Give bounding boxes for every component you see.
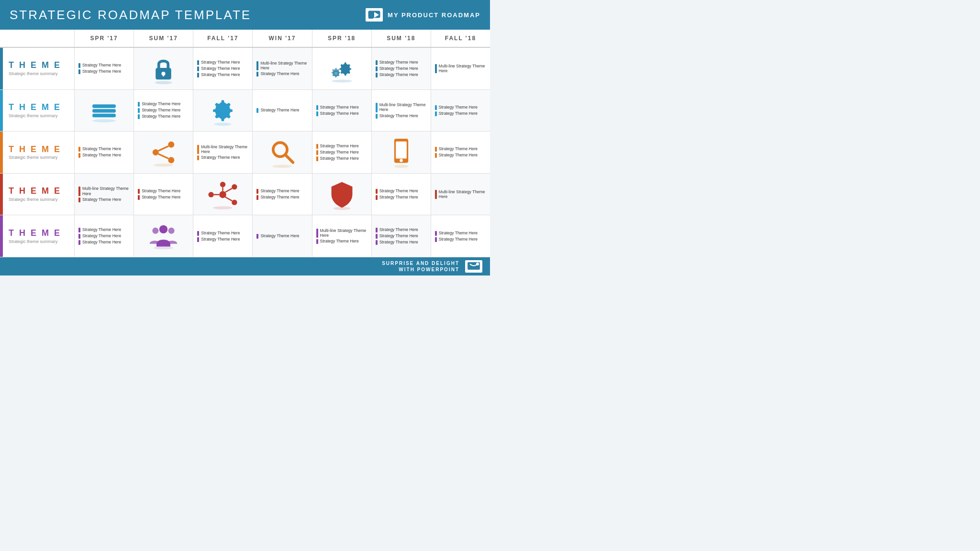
cell-r1c1 bbox=[134, 48, 193, 90]
cell-r4c4 bbox=[312, 174, 371, 216]
cell-r4c0: Multi-line Strategy Theme Here Strategy … bbox=[75, 174, 134, 216]
theme-label-3: T H E M E bbox=[9, 145, 69, 154]
item: Multi-line Strategy Theme Here bbox=[316, 228, 368, 238]
item: Multi-line Strategy Theme Here bbox=[256, 61, 308, 70]
cell-r2c3: Strategy Theme Here bbox=[253, 90, 312, 132]
item: Strategy Theme Here bbox=[78, 240, 130, 245]
brand-icon bbox=[366, 8, 383, 22]
item: Strategy Theme Here bbox=[78, 153, 130, 158]
svg-rect-8 bbox=[163, 74, 164, 77]
theme-summary-5: Strategic theme summary bbox=[9, 239, 69, 244]
svg-point-9 bbox=[155, 81, 172, 84]
icon-share bbox=[148, 137, 179, 168]
icon-menu bbox=[89, 95, 120, 126]
cell-r4c1: Strategy Theme Here Strategy Theme Here bbox=[134, 174, 193, 216]
cell-r3c3 bbox=[253, 132, 312, 174]
cell-r4c2 bbox=[193, 174, 252, 216]
item: Strategy Theme Here bbox=[256, 188, 308, 194]
item: Strategy Theme Here bbox=[138, 101, 189, 107]
item: Strategy Theme Here bbox=[316, 156, 368, 161]
svg-point-18 bbox=[168, 228, 175, 234]
footer-text: SURPRISE AND DELIGHT WITH POWERPOINT bbox=[382, 260, 459, 273]
icon-gear bbox=[207, 95, 238, 126]
theme-label-4: T H E M E bbox=[9, 187, 69, 196]
item: Strategy Theme Here bbox=[376, 188, 427, 194]
theme-label-5: T H E M E bbox=[9, 229, 69, 238]
brand: MY PRODUCT ROADMAP bbox=[366, 8, 480, 22]
item: Strategy Theme Here bbox=[435, 153, 486, 158]
item: Strategy Theme Here bbox=[376, 195, 427, 200]
theme-col-spacer bbox=[0, 30, 74, 47]
col-header-2: FALL '17 bbox=[193, 30, 252, 47]
page: STRATEGIC ROADMAP TEMPLATE MY PRODUCT RO… bbox=[0, 0, 490, 276]
svg-point-38 bbox=[333, 207, 350, 210]
item: Strategy Theme Here bbox=[435, 231, 486, 236]
cell-r1c5: Strategy Theme Here Strategy Theme Here … bbox=[372, 48, 431, 90]
svg-point-41 bbox=[400, 159, 403, 162]
col-header-1: SUM '17 bbox=[134, 30, 193, 47]
theme-label-1: T H E M E bbox=[9, 61, 69, 70]
cell-r2c5: Multi-line Strategy Theme Here Strategy … bbox=[372, 90, 431, 132]
theme-summary-1: Strategic theme summary bbox=[9, 71, 69, 76]
cell-r3c4: Strategy Theme Here Strategy Theme Here … bbox=[312, 132, 371, 174]
item: Strategy Theme Here bbox=[78, 69, 130, 74]
svg-line-28 bbox=[225, 188, 233, 192]
cell-r3c0: Strategy Theme Here Strategy Theme Here bbox=[75, 132, 134, 174]
item: Strategy Theme Here bbox=[316, 105, 368, 110]
svg-point-17 bbox=[153, 228, 159, 234]
col-sum17: Strategy Theme Here Strategy Theme Here … bbox=[134, 48, 193, 257]
theme-summary-3: Strategic theme summary bbox=[9, 155, 69, 160]
cell-r5c1 bbox=[134, 215, 193, 257]
svg-point-37 bbox=[331, 79, 352, 82]
cell-r4c5: Strategy Theme Here Strategy Theme Here bbox=[372, 174, 431, 216]
cell-r2c1: Strategy Theme Here Strategy Theme Here … bbox=[134, 90, 193, 132]
item: Strategy Theme Here bbox=[376, 66, 427, 71]
theme-cell-5: T H E M E Strategic theme summary bbox=[0, 215, 74, 257]
col-fall18: Multi-line Strategy Theme Here Strategy … bbox=[431, 48, 490, 257]
item: Strategy Theme Here bbox=[376, 113, 427, 119]
item: Strategy Theme Here bbox=[138, 108, 189, 113]
cell-r1c4 bbox=[312, 48, 371, 90]
cell-r4c3: Strategy Theme Here Strategy Theme Here bbox=[253, 174, 312, 216]
svg-point-5 bbox=[92, 120, 116, 123]
item: Strategy Theme Here bbox=[316, 150, 368, 155]
item: Strategy Theme Here bbox=[78, 227, 130, 232]
header: STRATEGIC ROADMAP TEMPLATE MY PRODUCT RO… bbox=[0, 0, 490, 30]
item: Strategy Theme Here bbox=[376, 72, 427, 77]
item: Strategy Theme Here bbox=[256, 195, 308, 200]
item: Strategy Theme Here bbox=[197, 60, 248, 65]
cell-r3c1 bbox=[134, 132, 193, 174]
cell-r2c6: Strategy Theme Here Strategy Theme Here bbox=[431, 90, 490, 132]
svg-line-13 bbox=[158, 146, 168, 151]
svg-point-25 bbox=[232, 199, 237, 205]
col-win17: Multi-line Strategy Theme Here Strategy … bbox=[252, 48, 312, 257]
brand-text: MY PRODUCT ROADMAP bbox=[388, 11, 480, 19]
svg-line-33 bbox=[285, 154, 293, 162]
item: Strategy Theme Here bbox=[376, 240, 427, 245]
cell-r1c0: Strategy Theme Here Strategy Theme Here bbox=[75, 48, 134, 90]
item: Strategy Theme Here bbox=[138, 188, 189, 194]
cell-r5c5: Strategy Theme Here Strategy Theme Here … bbox=[372, 215, 431, 257]
item: Strategy Theme Here bbox=[316, 143, 368, 149]
cell-r3c5 bbox=[372, 132, 431, 174]
svg-point-12 bbox=[168, 157, 174, 163]
col-header-0: SPR '17 bbox=[74, 30, 134, 47]
item: Multi-line Strategy Theme Here bbox=[376, 102, 427, 112]
item: Strategy Theme Here bbox=[197, 72, 248, 77]
column-headers: SPR '17 SUM '17 FALL '17 WIN '17 SPR '18… bbox=[0, 30, 490, 48]
icon-people bbox=[148, 220, 179, 252]
item: Strategy Theme Here bbox=[197, 237, 248, 242]
item: Strategy Theme Here bbox=[316, 111, 368, 116]
svg-point-42 bbox=[394, 165, 408, 168]
svg-point-16 bbox=[159, 225, 167, 233]
theme-summary-4: Strategic theme summary bbox=[9, 197, 69, 202]
item: Strategy Theme Here bbox=[256, 233, 308, 239]
cell-r4c6: Multi-line Strategy Theme Here bbox=[431, 174, 490, 216]
page-title: STRATEGIC ROADMAP TEMPLATE bbox=[10, 8, 251, 22]
item: Strategy Theme Here bbox=[376, 227, 427, 232]
svg-point-15 bbox=[154, 164, 173, 167]
theme-column: T H E M E Strategic theme summary T H E … bbox=[0, 48, 74, 257]
item: Strategy Theme Here bbox=[256, 71, 308, 77]
item: Strategy Theme Here bbox=[376, 60, 427, 65]
item: Strategy Theme Here bbox=[197, 155, 248, 160]
